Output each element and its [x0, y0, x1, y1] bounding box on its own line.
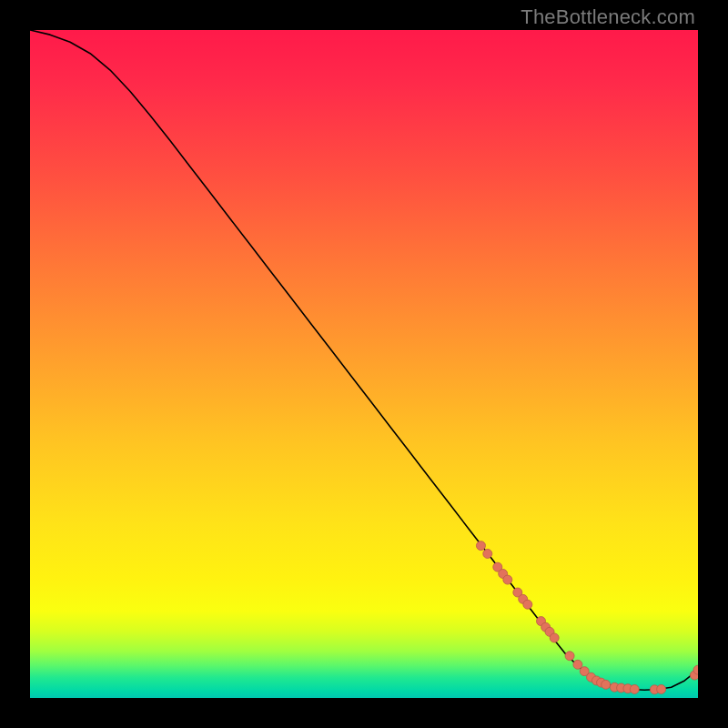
marker-dot	[483, 549, 492, 558]
marker-group	[476, 541, 698, 694]
marker-dot	[476, 541, 485, 551]
marker-dot	[602, 680, 611, 689]
curve-line	[30, 30, 698, 690]
watermark-text: TheBottleneck.com	[521, 5, 695, 29]
marker-dot	[550, 633, 559, 642]
chart-svg	[30, 30, 698, 698]
marker-dot	[523, 600, 532, 609]
marker-dot	[630, 684, 639, 693]
plot-area	[30, 30, 698, 698]
marker-dot	[565, 652, 574, 661]
marker-dot	[573, 660, 582, 669]
marker-dot	[657, 684, 666, 693]
chart-stage: TheBottleneck.com	[0, 0, 728, 728]
marker-dot	[503, 575, 512, 584]
